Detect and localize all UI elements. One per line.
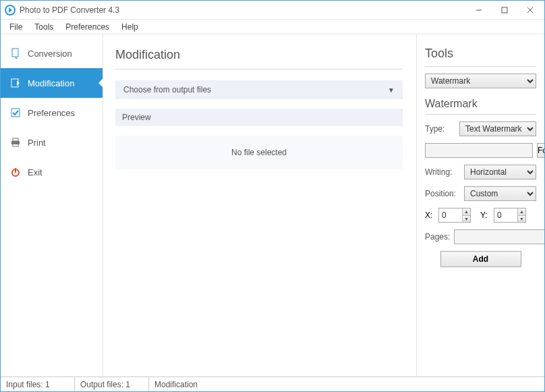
output-file-label: Choose from output files	[123, 85, 211, 94]
statusbar: Input files: 1 Output files: 1 Modificat…	[1, 376, 544, 391]
chevron-down-icon: ▼	[388, 86, 395, 94]
add-button[interactable]: Add	[440, 251, 521, 267]
y-label: Y:	[480, 211, 490, 220]
svg-rect-5	[12, 49, 18, 57]
printer-icon	[10, 137, 21, 148]
edit-icon	[10, 78, 21, 88]
sidebar-item-exit[interactable]: Exit	[1, 157, 103, 187]
tool-section-heading: Watermark	[425, 98, 536, 110]
preview-label: Preview	[122, 113, 151, 122]
sidebar-item-label: Modification	[28, 78, 74, 88]
sidebar-item-print[interactable]: Print	[1, 128, 103, 157]
svg-rect-2	[502, 7, 507, 13]
close-button[interactable]	[517, 1, 543, 19]
svg-rect-8	[13, 138, 18, 141]
menu-file[interactable]: File	[3, 21, 28, 33]
writing-label: Writing:	[425, 167, 460, 177]
x-label: X:	[425, 211, 434, 220]
main-panel: Modification Choose from output files ▼ …	[103, 34, 416, 376]
sidebar-item-label: Print	[28, 138, 46, 148]
document-icon	[10, 48, 21, 59]
menu-help[interactable]: Help	[115, 21, 144, 33]
writing-select[interactable]: Horizontal	[464, 165, 536, 179]
divider	[425, 66, 536, 67]
x-spinner[interactable]: ▲▼	[462, 208, 470, 222]
status-section: Modification	[149, 377, 544, 391]
app-icon	[5, 5, 16, 16]
menubar: File Tools Preferences Help	[1, 20, 544, 34]
watermark-text-input[interactable]	[425, 143, 533, 158]
minimize-button[interactable]	[466, 1, 492, 19]
status-output-files: Output files: 1	[75, 377, 149, 391]
tool-selector[interactable]: Watermark	[425, 74, 536, 88]
main-heading: Modification	[115, 48, 403, 62]
pages-label: Pages:	[425, 232, 450, 242]
sidebar-item-label: Preferences	[28, 108, 75, 118]
position-label: Position:	[425, 189, 460, 198]
type-label: Type:	[425, 124, 455, 134]
divider	[115, 69, 403, 69]
sidebar: Conversion Modification Preferences Prin…	[1, 34, 103, 376]
position-select[interactable]: Custom	[464, 186, 536, 201]
sidebar-item-preferences[interactable]: Preferences	[1, 98, 103, 128]
maximize-button[interactable]	[492, 1, 517, 19]
sidebar-item-label: Exit	[28, 167, 42, 177]
checkbox-icon	[10, 107, 21, 118]
menu-preferences[interactable]: Preferences	[59, 21, 115, 33]
preview-empty-text: No file selected	[231, 148, 287, 157]
type-select[interactable]: Text Watermark	[459, 121, 536, 136]
window-title: Photo to PDF Converter 4.3	[20, 5, 466, 15]
y-spinner[interactable]: ▲▼	[517, 208, 525, 222]
menu-tools[interactable]: Tools	[28, 21, 59, 33]
divider	[425, 114, 536, 115]
power-icon	[10, 167, 21, 177]
output-file-selector[interactable]: Choose from output files ▼	[115, 80, 403, 99]
preview-header: Preview	[115, 109, 403, 126]
sidebar-item-label: Conversion	[28, 49, 72, 59]
svg-rect-7	[11, 109, 20, 117]
sidebar-item-conversion[interactable]: Conversion	[1, 38, 103, 68]
sidebar-item-modification[interactable]: Modification	[1, 68, 103, 98]
titlebar: Photo to PDF Converter 4.3	[1, 1, 544, 20]
pages-input[interactable]	[454, 229, 544, 244]
tools-panel: Tools Watermark Watermark Type: Text Wat…	[416, 34, 544, 376]
status-input-files: Input files: 1	[1, 377, 75, 391]
tools-heading: Tools	[425, 47, 536, 61]
font-button[interactable]: Font	[537, 143, 544, 158]
preview-area: No file selected	[115, 136, 403, 169]
